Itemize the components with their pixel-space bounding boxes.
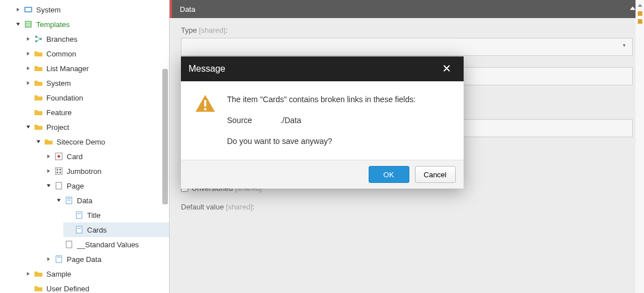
ok-button[interactable]: OK — [369, 166, 409, 183]
source-value: ./Data — [280, 116, 301, 125]
dialog-body: The item "Cards" contains broken links i… — [181, 81, 464, 160]
dialog-footer: OK Cancel — [181, 160, 464, 189]
dialog-header: Message — [181, 56, 464, 81]
message-line-3: Do you want to save anyway? — [227, 135, 450, 147]
modal-overlay: Message The item "Cards" contains broken… — [0, 0, 644, 293]
message-line-1: The item "Cards" contains broken links i… — [227, 94, 450, 106]
svg-rect-44 — [204, 108, 206, 111]
svg-rect-43 — [204, 100, 206, 106]
cancel-button[interactable]: Cancel — [415, 166, 456, 183]
dialog-message: The item "Cards" contains broken links i… — [227, 94, 450, 147]
close-icon[interactable] — [438, 60, 456, 78]
message-line-2: Source ./Data — [227, 115, 450, 126]
message-dialog: Message The item "Cards" contains broken… — [181, 56, 464, 189]
source-label: Source — [227, 115, 278, 126]
warning-icon — [195, 94, 216, 147]
dialog-title: Message — [189, 64, 226, 74]
